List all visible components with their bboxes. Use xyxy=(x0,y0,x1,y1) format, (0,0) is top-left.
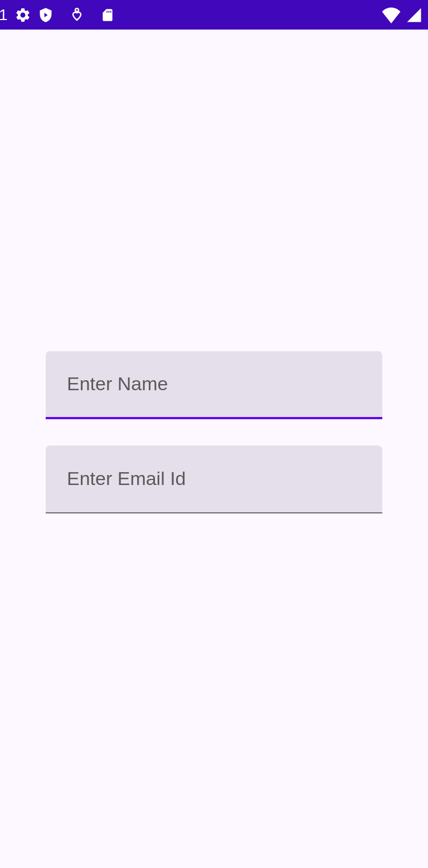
status-digit: 1 xyxy=(0,6,8,24)
main-content xyxy=(0,13,428,851)
sd-card-icon xyxy=(100,7,115,23)
status-left-icons: 1 xyxy=(0,6,115,24)
name-input[interactable] xyxy=(46,351,382,419)
status-right-icons xyxy=(381,7,422,23)
form-container xyxy=(46,351,382,513)
shield-play-icon xyxy=(38,7,54,23)
person-heart-icon xyxy=(70,8,84,22)
svg-point-0 xyxy=(75,8,79,12)
settings-gear-icon xyxy=(14,7,31,23)
cellular-signal-icon xyxy=(406,7,422,23)
wifi-icon xyxy=(381,7,401,23)
email-input[interactable] xyxy=(46,445,382,513)
